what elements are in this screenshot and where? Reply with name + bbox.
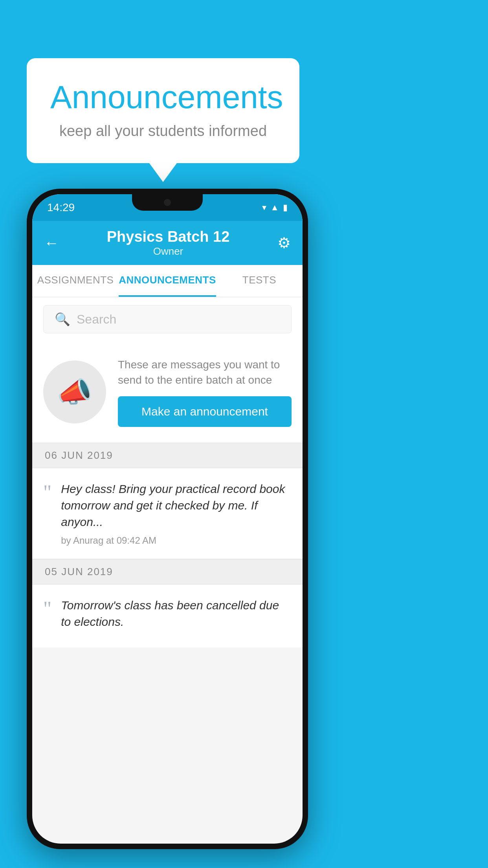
promo-description: These are messages you want to send to t… (118, 357, 292, 388)
speech-bubble-wrapper: Announcements keep all your students inf… (27, 58, 299, 163)
settings-icon[interactable]: ⚙ (277, 234, 291, 252)
announcement-promo: 📣 These are messages you want to send to… (32, 341, 303, 443)
announcement-text-2: Tomorrow's class has been cancelled due … (61, 597, 292, 630)
quote-icon-1: " (43, 482, 51, 503)
announcement-meta-1: by Anurag at 09:42 AM (61, 535, 292, 546)
tab-bar: ASSIGNMENTS ANNOUNCEMENTS TESTS (32, 265, 303, 297)
wifi-icon: ▾ (262, 202, 266, 213)
phone-mockup: 14:29 ▾ ▲ ▮ ← Physics Batch 12 Owner ⚙ A… (27, 189, 308, 849)
back-button[interactable]: ← (44, 235, 59, 252)
speech-bubble-title: Announcements (50, 79, 276, 116)
quote-icon-2: " (43, 599, 51, 619)
announcement-text-1: Hey class! Bring your practical record b… (61, 481, 292, 530)
announcement-content-2: Tomorrow's class has been cancelled due … (61, 597, 292, 635)
signal-icon: ▲ (270, 202, 279, 213)
header-title: Physics Batch 12 (107, 228, 230, 245)
announcement-item-2[interactable]: " Tomorrow's class has been cancelled du… (32, 585, 303, 647)
camera-dot (164, 199, 171, 206)
date-divider-2: 05 JUN 2019 (32, 559, 303, 585)
app-header: ← Physics Batch 12 Owner ⚙ (32, 221, 303, 265)
status-time: 14:29 (47, 201, 75, 214)
phone-screen: 14:29 ▾ ▲ ▮ ← Physics Batch 12 Owner ⚙ A… (32, 194, 303, 844)
tab-assignments[interactable]: ASSIGNMENTS (32, 265, 119, 297)
search-bar-container: 🔍 Search (32, 297, 303, 341)
header-center: Physics Batch 12 Owner (107, 228, 230, 257)
battery-icon: ▮ (283, 202, 288, 213)
make-announcement-button[interactable]: Make an announcement (118, 396, 292, 427)
tab-tests[interactable]: TESTS (216, 265, 303, 297)
search-icon: 🔍 (55, 312, 70, 327)
date-divider-1: 06 JUN 2019 (32, 443, 303, 468)
speech-bubble: Announcements keep all your students inf… (27, 58, 299, 163)
promo-content: These are messages you want to send to t… (118, 357, 292, 427)
speech-bubble-subtitle: keep all your students informed (50, 123, 276, 140)
phone-notch (132, 194, 203, 211)
promo-icon-circle: 📣 (43, 360, 106, 423)
tab-announcements[interactable]: ANNOUNCEMENTS (119, 265, 216, 297)
status-icons: ▾ ▲ ▮ (262, 202, 288, 213)
phone-outer: 14:29 ▾ ▲ ▮ ← Physics Batch 12 Owner ⚙ A… (27, 189, 308, 849)
search-bar[interactable]: 🔍 Search (43, 305, 292, 333)
header-subtitle: Owner (107, 245, 230, 257)
megaphone-icon: 📣 (57, 375, 92, 409)
announcement-item-1[interactable]: " Hey class! Bring your practical record… (32, 468, 303, 559)
search-input[interactable]: Search (77, 312, 116, 327)
announcement-content-1: Hey class! Bring your practical record b… (61, 481, 292, 546)
